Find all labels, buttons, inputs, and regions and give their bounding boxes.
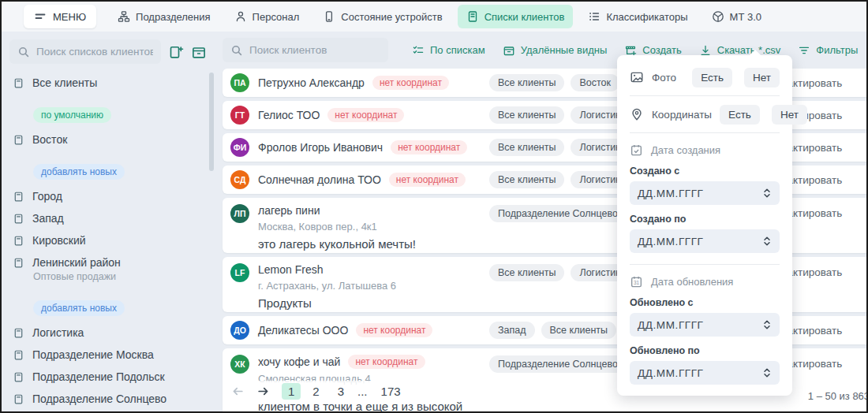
updated-from-input[interactable]: ДД.ММ.ГГГГ	[630, 313, 780, 337]
top-navigation: МЕНЮ ПодразделенияПерсоналСостояние устр…	[2, 2, 866, 32]
client-name: Гелиос ТОО	[258, 109, 320, 121]
date-placeholder: ДД.ММ.ГГГГ	[638, 236, 704, 247]
client-row-content: лагерь пиниМосква, Ковров пер., 4к1это л…	[258, 204, 416, 251]
client-avatar: ФИ	[230, 138, 249, 157]
client-name: Фролов Игорь Иванович	[258, 141, 383, 154]
nav-item-label: Состояние устройств	[341, 11, 442, 23]
nav-item-podrazdeleniya[interactable]: Подразделения	[109, 5, 219, 28]
client-row-content: Деликатесы ОООнет координат	[258, 323, 432, 337]
nav-item-devices[interactable]: Состояние устройств	[314, 5, 451, 28]
list-page-icon	[13, 134, 24, 146]
page-number[interactable]: 173	[375, 383, 407, 400]
client-tag: Восток	[571, 74, 619, 91]
sidebar-scrollbar[interactable]	[209, 73, 214, 171]
no-coordinates-badge: нет координат	[327, 108, 404, 122]
client-description: Продукты	[258, 296, 396, 310]
no-coordinates-badge: нет координат	[372, 76, 449, 90]
client-avatar: LF	[230, 263, 249, 282]
device-icon	[323, 10, 335, 23]
client-row-line1: Деликатесы ОООнет координат	[258, 323, 432, 337]
toolbar-button-label: По спискам	[430, 44, 485, 56]
sidebar-item[interactable]: Запад	[13, 212, 207, 225]
client-tags: Все клиентыЛогистика	[489, 106, 634, 124]
client-name: хочу кофе и чай	[258, 355, 340, 368]
sidebar-search-input[interactable]	[36, 46, 153, 58]
coords-no-button[interactable]: Нет	[772, 105, 807, 125]
sidebar-item-label: Логистика	[32, 326, 84, 339]
sidebar-item-label: Восток	[32, 133, 67, 146]
sidebar-item[interactable]: Подразделение Подольск	[13, 370, 207, 383]
add-list-icon[interactable]	[168, 44, 184, 60]
sidebar-item-label: Все клиенты	[32, 76, 97, 89]
nav-item-classifiers[interactable]: Классификаторы	[579, 5, 696, 28]
photo-no-button[interactable]: Нет	[744, 68, 780, 87]
checklist-icon	[412, 44, 425, 57]
sidebar-item-row: Город	[13, 190, 207, 203]
page-number[interactable]: 3	[331, 383, 350, 400]
sidebar-item-row: Все клиенты	[13, 76, 207, 89]
coords-yes-button[interactable]: Есть	[720, 105, 760, 125]
client-avatar: ХК	[230, 355, 249, 374]
photo-yes-button[interactable]: Есть	[692, 68, 732, 87]
archive-icon[interactable]	[191, 44, 207, 60]
list-page-icon	[13, 349, 24, 361]
list-page-icon	[13, 77, 24, 89]
stepper-icon[interactable]	[762, 236, 772, 247]
results-counter: 1 – 50 из 8632	[799, 385, 868, 407]
next-page-icon[interactable]	[256, 385, 270, 398]
prev-page-icon[interactable]	[231, 385, 245, 398]
no-coordinates-badge: нет координат	[389, 173, 466, 187]
sidebar-item[interactable]: Логистика	[13, 326, 207, 339]
client-tag: Все клиенты	[489, 171, 564, 188]
stepper-icon[interactable]	[762, 367, 772, 378]
client-tag: Все клиенты	[489, 139, 564, 156]
sidebar-item[interactable]: Подразделение Солнцево	[13, 393, 207, 405]
created-from-input[interactable]: ДД.ММ.ГГГГ	[630, 181, 780, 205]
nav-item-client-lists[interactable]: Списки клиентов	[458, 5, 574, 28]
client-name: Деликатесы ООО	[258, 324, 348, 337]
mt-logo-icon	[712, 10, 724, 23]
date-placeholder: ДД.ММ.ГГГГ	[638, 319, 704, 331]
sidebar-item-subtitle: Оптовые продажи	[33, 271, 207, 282]
nav-item-personal[interactable]: Персонал	[226, 5, 309, 28]
no-coordinates-badge: нет координат	[356, 323, 432, 337]
created-to-input[interactable]: ДД.ММ.ГГГГ	[630, 229, 780, 253]
page-number[interactable]: 2	[306, 383, 325, 400]
sidebar-item-label: Подразделение Солнцево	[32, 393, 166, 405]
nav-item-mt30[interactable]: МТ 3.0	[703, 5, 770, 28]
app-window: МЕНЮ ПодразделенияПерсоналСостояние устр…	[0, 0, 868, 413]
date-placeholder: ДД.ММ.ГГГГ	[638, 367, 704, 379]
filters-button[interactable]: Фильтры	[798, 39, 858, 61]
stepper-icon[interactable]	[762, 188, 772, 199]
client-avatar: ЛП	[230, 204, 249, 223]
sidebar-item[interactable]: Подразделение Москва	[13, 348, 207, 361]
sidebar-item-row: Ленинский район	[13, 256, 207, 269]
sidebar-item[interactable]: Востокдобавлять новых	[13, 133, 207, 180]
updated-to-input[interactable]: ДД.ММ.ГГГГ	[630, 361, 780, 385]
date-placeholder: ДД.ММ.ГГГГ	[638, 188, 704, 199]
list-page-icon	[13, 235, 24, 247]
client-row-line1: Фролов Игорь Ивановичнет координат	[258, 140, 467, 154]
updated-section-header: Дата обновления	[651, 276, 733, 288]
by-lists-button[interactable]: По спискам	[412, 39, 485, 61]
list-page-icon	[13, 327, 24, 339]
sidebar-item[interactable]: Город	[13, 190, 207, 203]
sidebar-item-row: Восток	[13, 133, 207, 146]
clients-search-input[interactable]	[249, 44, 380, 56]
sidebar-item-label: Город	[32, 190, 62, 203]
sidebar-item-badge: добавлять новых	[33, 164, 125, 180]
deleted-visible-button[interactable]: Удалённые видны	[503, 39, 608, 61]
stepper-icon[interactable]	[762, 319, 772, 330]
sidebar-item[interactable]: Кировский	[13, 234, 207, 247]
page-ellipsis: ...	[356, 383, 369, 400]
client-avatar: ДО	[230, 321, 249, 340]
sidebar-item[interactable]: Ленинский районОптовые продажидобавлять …	[13, 256, 207, 317]
page-number[interactable]: 1	[282, 383, 301, 400]
menu-button[interactable]: МЕНЮ	[24, 5, 96, 28]
sidebar-item[interactable]: Все клиентыпо умолчанию	[13, 76, 207, 124]
client-row-content: Петрухно Александрнет координат	[258, 76, 449, 90]
filter-icon	[798, 44, 810, 57]
client-tags: Все клиентыЛогистика	[489, 264, 634, 281]
list-page-icon	[13, 213, 24, 225]
client-row-line1: Петрухно Александрнет координат	[258, 76, 449, 90]
